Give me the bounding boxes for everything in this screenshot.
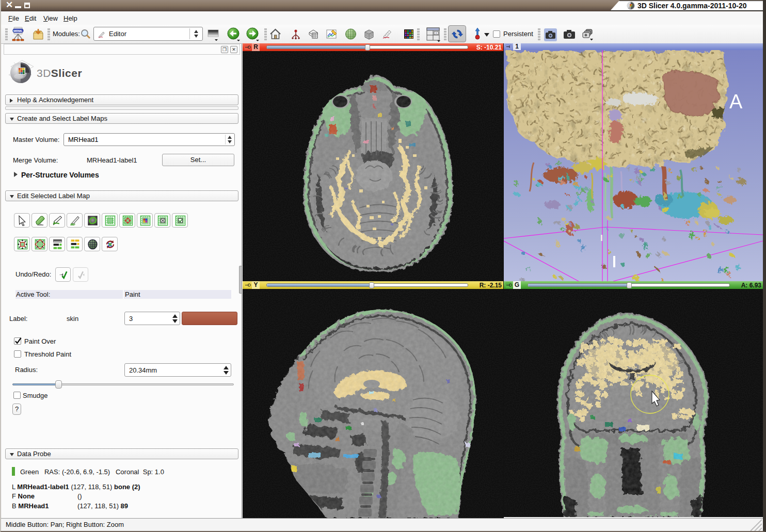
svg-text:A: A [729,91,743,112]
svg-text:MRML: MRML [13,29,23,33]
